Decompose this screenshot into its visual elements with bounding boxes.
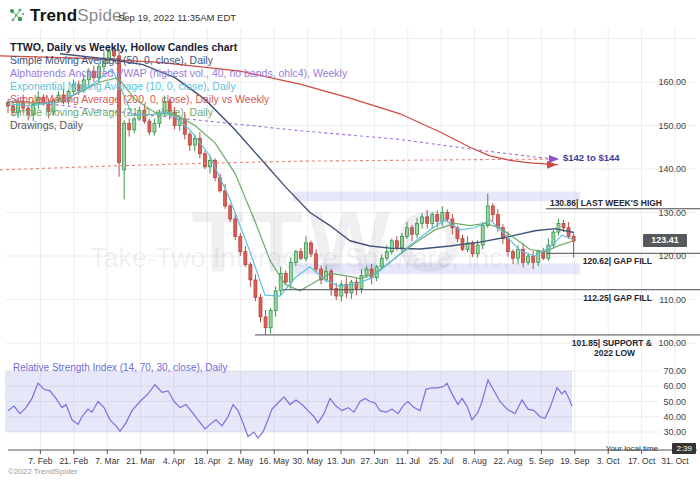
price-axis-label: 150.00 [640, 121, 686, 131]
price-axis-label: 140.00 [640, 164, 686, 174]
trendspider-chart-window: TTWO Take-Two Interactive Software, Inc.… [0, 0, 700, 481]
rsi-axis-label: 30.00 [640, 427, 686, 437]
candle-body [188, 134, 191, 145]
last-price-badge: 123.41 [643, 234, 687, 247]
drawing-annotation-label: 112.25| GAP FILL [452, 293, 652, 303]
drawing-annotation-label: 2022 LOW [594, 348, 635, 358]
candle-body [203, 154, 206, 167]
brand-bold: Trend [30, 6, 77, 25]
legend-sma-21-daily[interactable]: Simple Moving Average (21, 0, close), Da… [10, 106, 347, 119]
chart-datetime: Sep 19, 2022 11:35AM EDT [118, 12, 236, 23]
drawing-annotation-label: 130.86| LAST WEEK'S HIGH [462, 198, 662, 208]
legend-anchored-vwap-weekly[interactable]: Alphatrends Anchored VWAP (highest vol.,… [10, 67, 347, 80]
rsi-range-band [5, 371, 572, 432]
legend-ema-10-daily[interactable]: Exponential Moving Average (10, 0, close… [10, 80, 347, 93]
time-axis-label: 31. Oct [652, 456, 698, 466]
local-time-label: Your local time [606, 444, 658, 453]
candle-body [259, 297, 262, 317]
indicator-legend: TTWO, Daily vs Weekly, Hollow Candles ch… [10, 41, 347, 132]
legend-sma-50-daily[interactable]: Simple Moving Average (50, 0, close), Da… [10, 54, 347, 67]
rsi-axis-label: 70.00 [640, 366, 686, 376]
rsi-axis-label: 40.00 [640, 412, 686, 422]
candle-body [269, 310, 272, 327]
local-time-badge[interactable]: 2:39 [672, 443, 696, 454]
trendspider-logo-icon [7, 5, 27, 25]
copyright-text: ©2022 TrendSpider [8, 467, 78, 476]
price-axis-label: 130.00 [640, 208, 686, 218]
rsi-indicator-label[interactable]: Relative Strength Index (14, 70, 30, clo… [13, 362, 228, 373]
sma-target-arrow-icon [547, 161, 557, 169]
rsi-axis-label: 60.00 [640, 381, 686, 391]
candle-body [193, 139, 196, 146]
rsi-axis-label: 50.00 [640, 397, 686, 407]
price-target-label: $142 to $144 [563, 152, 620, 163]
vwap-target-arrow-icon [549, 155, 559, 163]
legend-drawings-daily[interactable]: Drawings, Daily [10, 119, 347, 132]
drawing-annotation-label: 120.62| GAP FILL [452, 256, 652, 266]
candle-body [264, 317, 267, 328]
drawing-annotation-label: 101.85| SUPPORT & [452, 338, 652, 348]
legend-sma-200-daily-weekly[interactable]: Simple Moving Average (200, 0, close), D… [10, 93, 347, 106]
brand-logo[interactable]: TrendSpider [30, 6, 128, 26]
chart-title[interactable]: TTWO, Daily vs Weekly, Hollow Candles ch… [10, 41, 347, 54]
candle-body [274, 291, 277, 311]
price-axis-label: 160.00 [640, 77, 686, 87]
